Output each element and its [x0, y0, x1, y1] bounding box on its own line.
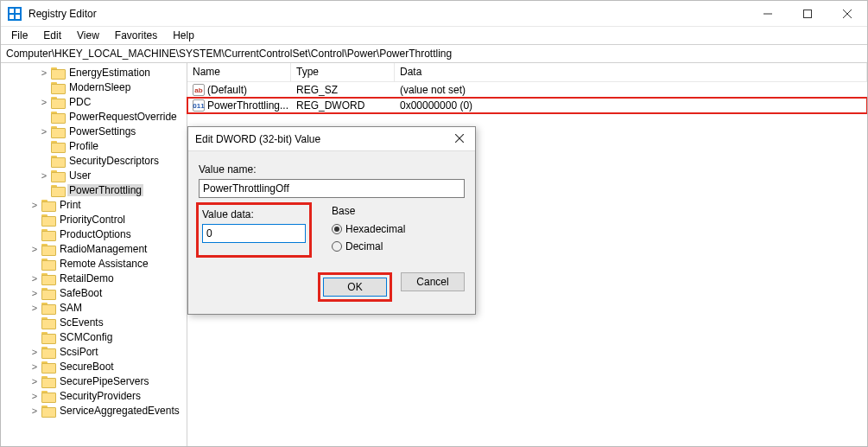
list-row[interactable]: 011PowerThrottling...REG_DWORD0x00000000…: [187, 98, 867, 113]
tree-pane[interactable]: >EnergyEstimationModernSleep>PDCPowerReq…: [1, 63, 187, 446]
tree-expand-icon[interactable]: >: [39, 170, 49, 181]
tree-item[interactable]: ModernSleep: [1, 80, 187, 94]
col-header-type[interactable]: Type: [291, 63, 395, 81]
tree-item-label: SecureBoot: [58, 361, 116, 373]
tree-expand-icon[interactable]: >: [39, 126, 49, 137]
tree-item[interactable]: >PDC: [1, 94, 187, 109]
col-header-name[interactable]: Name: [187, 63, 291, 81]
tree-expand-icon[interactable]: >: [39, 97, 49, 107]
radio-decimal[interactable]: Decimal: [332, 238, 405, 255]
value-data-label: Value data:: [202, 208, 306, 220]
folder-icon: [41, 229, 54, 239]
dialog-titlebar[interactable]: Edit DWORD (32-bit) Value: [188, 127, 475, 151]
folder-icon: [41, 214, 54, 225]
tree-expand-icon[interactable]: >: [29, 273, 40, 284]
tree-item[interactable]: SCMConfig: [1, 329, 187, 344]
value-data-input[interactable]: [202, 224, 306, 243]
menu-help[interactable]: Help: [166, 28, 201, 43]
svg-rect-2: [10, 15, 14, 19]
value-type: REG_SZ: [291, 84, 395, 96]
menu-view[interactable]: View: [70, 28, 106, 43]
tree-item[interactable]: SecurityDescriptors: [1, 153, 187, 168]
menu-edit[interactable]: Edit: [36, 28, 68, 43]
radio-icon: [332, 241, 342, 252]
tree-expand-icon[interactable]: >: [39, 67, 49, 78]
value-name-input[interactable]: [199, 179, 465, 198]
tree-item[interactable]: PowerThrottling: [1, 182, 187, 197]
tree-item[interactable]: >ServiceAggregatedEvents: [1, 403, 187, 418]
tree-item[interactable]: Profile: [1, 138, 187, 153]
tree-item[interactable]: >PowerSettings: [1, 124, 187, 138]
list-row[interactable]: ab(Default)REG_SZ(value not set): [187, 82, 867, 98]
tree-item-label: PriorityControl: [58, 214, 127, 226]
folder-icon: [41, 288, 54, 298]
dialog-title: Edit DWORD (32-bit) Value: [195, 133, 320, 145]
tree-item-label: ModernSleep: [67, 81, 132, 93]
folder-icon: [51, 82, 64, 93]
tree-item[interactable]: ScEvents: [1, 315, 187, 329]
tree-item-label: SAM: [58, 302, 84, 314]
tree-expand-icon[interactable]: >: [29, 376, 40, 386]
base-label: Base: [332, 205, 405, 217]
tree-expand-icon[interactable]: >: [29, 361, 40, 372]
folder-icon: [41, 273, 54, 284]
close-button[interactable]: [827, 1, 867, 26]
tree-item[interactable]: >Print: [1, 197, 187, 212]
tree-item[interactable]: >User: [1, 168, 187, 182]
folder-icon: [51, 97, 64, 107]
tree-expand-icon[interactable]: >: [29, 288, 40, 298]
tree-item[interactable]: >RetailDemo: [1, 271, 187, 285]
tree-expand-icon[interactable]: >: [29, 405, 40, 416]
tree-item-label: ProductOptions: [58, 228, 133, 240]
tree-item[interactable]: >RadioManagement: [1, 241, 187, 256]
cancel-button[interactable]: Cancel: [401, 272, 465, 291]
tree-item[interactable]: PowerRequestOverride: [1, 109, 187, 124]
radio-hexadecimal[interactable]: Hexadecimal: [332, 220, 405, 238]
folder-icon: [51, 156, 64, 166]
tree-item[interactable]: >SecureBoot: [1, 359, 187, 374]
folder-icon: [51, 126, 64, 137]
tree-item-label: SecurityProviders: [58, 390, 143, 402]
address-bar[interactable]: Computer\HKEY_LOCAL_MACHINE\SYSTEM\Curre…: [1, 44, 867, 63]
tree-expand-icon[interactable]: >: [29, 303, 40, 313]
maximize-button[interactable]: [788, 1, 827, 26]
tree-item-label: SafeBoot: [58, 287, 104, 299]
tree-expand-icon[interactable]: >: [29, 244, 40, 254]
tree-item-label: RadioManagement: [58, 243, 149, 255]
dialog-close-button[interactable]: [451, 133, 468, 145]
tree-item[interactable]: >SAM: [1, 300, 187, 315]
radio-icon: [332, 224, 342, 234]
folder-icon: [41, 317, 54, 328]
tree-item[interactable]: >EnergyEstimation: [1, 65, 187, 80]
tree-item-label: User: [67, 169, 92, 182]
ok-button[interactable]: OK: [323, 278, 387, 297]
tree-item[interactable]: ProductOptions: [1, 227, 187, 241]
tree-item[interactable]: >SecurePipeServers: [1, 374, 187, 388]
tree-item[interactable]: >SafeBoot: [1, 285, 187, 300]
menu-file[interactable]: File: [4, 28, 35, 43]
tree-item-label: RetailDemo: [58, 272, 116, 284]
folder-icon: [41, 347, 54, 357]
tree-expand-icon[interactable]: >: [29, 347, 40, 357]
tree-expand-icon[interactable]: >: [29, 200, 40, 210]
tree-item[interactable]: >ScsiPort: [1, 344, 187, 359]
minimize-button[interactable]: [748, 1, 788, 26]
folder-icon: [41, 259, 54, 269]
tree-item-label: SecurityDescriptors: [67, 155, 161, 167]
menu-favorites[interactable]: Favorites: [108, 28, 164, 43]
value-name-label: Value name:: [199, 163, 465, 176]
tree-item[interactable]: >SecurityProviders: [1, 388, 187, 403]
svg-rect-1: [16, 9, 20, 13]
tree-item[interactable]: PriorityControl: [1, 212, 187, 227]
tree-item-label: SecurePipeServers: [58, 375, 150, 387]
col-header-data[interactable]: Data: [395, 63, 867, 81]
value-name: PowerThrottling...: [207, 99, 288, 112]
svg-rect-3: [16, 15, 20, 19]
tree-item-label: Remote Assistance: [58, 258, 150, 270]
string-value-icon: ab: [193, 84, 205, 96]
value-type: REG_DWORD: [291, 99, 395, 112]
window-title: Registry Editor: [29, 8, 97, 20]
tree-expand-icon[interactable]: >: [29, 391, 40, 401]
tree-item[interactable]: Remote Assistance: [1, 256, 187, 271]
tree-item-label: PowerRequestOverride: [67, 111, 179, 123]
